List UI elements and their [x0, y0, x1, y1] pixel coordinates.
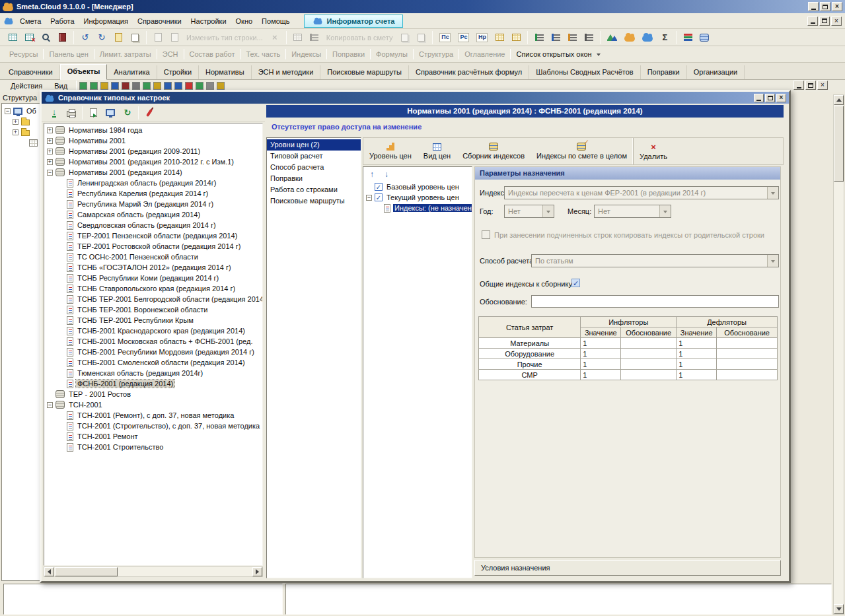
tab-10[interactable]: Организации [687, 65, 745, 79]
menubar-item-2[interactable]: Информация [79, 15, 133, 27]
normative-tree-item[interactable]: ТСНБ-2001 Смоленской области (редакция 2… [44, 357, 262, 368]
normative-tree-item[interactable]: ТСНБ «ГОСЭТАЛОН 2012» (редакция 2014 г) [44, 262, 262, 273]
view-button-8[interactable]: Формулы [371, 48, 413, 60]
scroll-down-button[interactable] [834, 604, 844, 614]
row-numbering-button[interactable] [307, 30, 322, 45]
refresh-button[interactable]: ↻ [120, 106, 135, 120]
normative-tree-item[interactable]: Республика Марий Эл (редакция 2014 г) [44, 199, 262, 209]
scroll-up-button[interactable] [834, 95, 844, 105]
cost-item-value[interactable]: 1 [677, 349, 717, 359]
normative-tree-item[interactable]: Свердловская область (редакция 2014 г) [44, 220, 262, 230]
normative-tree-item[interactable]: ТСНБ Ставропольского края (редакция 2014… [44, 283, 262, 294]
year-combobox[interactable]: Нет [504, 205, 554, 218]
child-minimize-button[interactable] [793, 81, 804, 90]
cloud-db-button[interactable] [696, 30, 712, 45]
normative-tree-item[interactable]: ТЕР-2001 Ростовской области (редакция 20… [44, 241, 262, 252]
cost-item-value[interactable]: 1 [581, 370, 621, 380]
menubar-item-5[interactable]: Окно [231, 15, 258, 27]
expand-icon[interactable]: + [47, 138, 53, 144]
normative-tree-item[interactable]: ТСНБ ТЕР-2001 Белгородской области (реда… [44, 294, 262, 304]
settings-category-item[interactable]: Способ расчета [267, 162, 361, 173]
background-tool-icon-11[interactable] [196, 82, 203, 90]
template-button[interactable] [110, 30, 126, 45]
delete-row-button[interactable]: × [267, 30, 283, 45]
view-button-4[interactable]: Состав работ [184, 48, 240, 60]
tab-8[interactable]: Шаблоны Сводных Расчётов [529, 65, 640, 79]
minimize-button[interactable] [808, 2, 819, 11]
normative-tree-item[interactable]: ТСН-2001 (Строительство), с доп. 37, нов… [44, 421, 262, 431]
outline-4-button[interactable] [581, 30, 597, 45]
normative-tree-item[interactable]: Ленинградская область (редакция 2014г) [44, 178, 262, 188]
menubar-item-6[interactable]: Помощь [257, 15, 295, 27]
normative-tree-item[interactable]: ТСНБ-2001 Московская область + ФСНБ-2001… [44, 336, 262, 347]
level-tree-item[interactable]: ✓Базовый уровень цен [363, 182, 472, 192]
background-tool-icon-6[interactable] [143, 82, 151, 90]
view-button-9[interactable]: Структура [414, 48, 459, 60]
cost-item-value[interactable] [621, 349, 677, 359]
paste-rows-button[interactable] [413, 30, 429, 45]
expand-icon[interactable]: + [13, 119, 18, 125]
cost-item-value[interactable]: 1 [581, 338, 621, 349]
normative-tree-item[interactable]: ТСНБ Республики Коми (редакция 2014 г) [44, 273, 262, 283]
calc-method-combobox[interactable]: По статьям [531, 254, 779, 267]
scroll-right-button[interactable] [252, 567, 262, 576]
menubar-item-3[interactable]: Справочники [133, 15, 186, 27]
vertical-scrollbar[interactable] [833, 94, 844, 615]
tab-0[interactable]: Справочники [2, 65, 60, 79]
estimate-indexes-button[interactable]: Индексы по смете в целом [531, 138, 633, 164]
dialog-maximize-button[interactable] [765, 94, 775, 102]
background-tool-icon-7[interactable] [153, 82, 161, 90]
cost-item-value[interactable] [717, 370, 778, 380]
cloud-sync-button[interactable] [639, 30, 656, 45]
normative-tree-item[interactable]: ТСН-2001 Строительство [44, 442, 262, 452]
tab-5[interactable]: ЭСН и методики [252, 65, 321, 79]
account-informer-button[interactable]: Информатор счета [304, 15, 404, 28]
price-table-alt-button[interactable] [508, 30, 524, 45]
cost-item-value[interactable]: 1 [677, 338, 717, 349]
cost-item-value[interactable]: 1 [677, 370, 717, 380]
close-button[interactable]: × [832, 2, 842, 11]
normative-tree-item[interactable]: Самарская область (редакция 2014) [44, 209, 262, 220]
cost-item-value[interactable] [717, 359, 778, 370]
copy-rows-button[interactable] [396, 30, 412, 45]
tab-4[interactable]: Нормативы [199, 65, 252, 79]
view-button-6[interactable]: Индексы [286, 48, 326, 60]
cloud-layers-button[interactable] [680, 30, 696, 45]
background-tool-icon-10[interactable] [185, 82, 193, 90]
common-indexes-checkbox[interactable]: ✓ [571, 279, 580, 287]
cost-item-value[interactable] [717, 338, 778, 349]
tab-2[interactable]: Аналитика [107, 65, 157, 79]
menubar-item-1[interactable]: Работа [46, 15, 79, 27]
view-button-5[interactable]: Тех. часть [240, 48, 285, 60]
price-view-button[interactable]: Вид цен [418, 138, 457, 164]
view-button-0[interactable]: Ресурсы [4, 48, 43, 60]
justification-input[interactable] [531, 295, 779, 308]
download-button[interactable]: ↓ [46, 106, 62, 120]
horizontal-scrollbar[interactable] [44, 566, 263, 577]
normative-tree-item[interactable]: ТСНБ ТЕР-2001 Воронежской области [44, 304, 262, 315]
collapse-icon[interactable]: − [5, 108, 11, 114]
normative-tree-item[interactable]: Республика Карелия (редакция 2014 г) [44, 188, 262, 199]
background-tool-icon-8[interactable] [164, 82, 172, 90]
outline-2-button[interactable] [548, 30, 564, 45]
dialog-titlebar[interactable]: Справочник типовых настроек × [42, 92, 789, 104]
child-close-button[interactable]: × [817, 81, 828, 90]
view-button-2[interactable]: Лимит. затраты [94, 48, 157, 60]
cost-item-value[interactable]: 1 [581, 359, 621, 370]
new-estimate-button[interactable] [5, 30, 20, 45]
open-windows-button[interactable]: Список открытых окон [511, 48, 605, 60]
workbook-button[interactable] [54, 30, 70, 45]
collapse-icon[interactable]: − [47, 170, 53, 176]
normative-tree-item[interactable]: +Нормативы 1984 года [44, 125, 262, 135]
background-tool-icon-12[interactable] [206, 82, 214, 90]
cost-table-row[interactable]: Материалы11 [479, 338, 778, 349]
move-down-button[interactable]: ↓ [381, 169, 392, 180]
child-menu-item-1[interactable]: Вид [48, 81, 73, 90]
normative-tree-item[interactable]: +Нормативы 2001 [44, 135, 262, 146]
mdi-minimize-button[interactable] [807, 17, 818, 26]
summary-button[interactable]: Σ [657, 30, 673, 45]
view-button-1[interactable]: Панель цен [44, 48, 93, 60]
ps-prices-button[interactable]: Пс [436, 30, 454, 45]
normative-tree-item[interactable]: ТЕР - 2001 Ростов [44, 389, 262, 399]
chart-button[interactable] [604, 30, 620, 45]
